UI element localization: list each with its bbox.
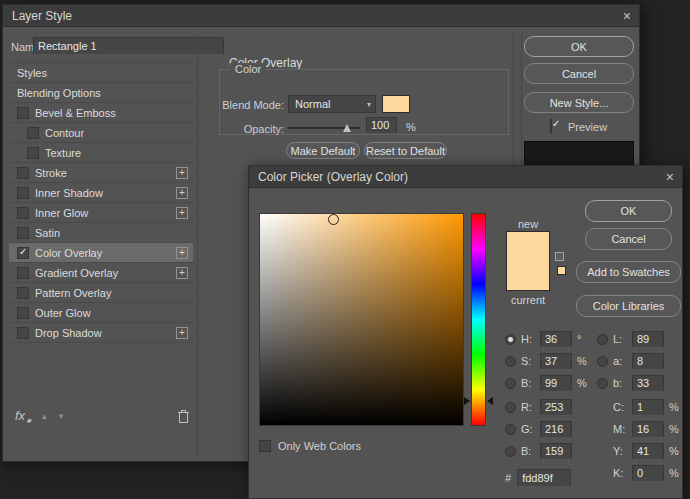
b2-input[interactable]	[540, 443, 572, 459]
l-radio[interactable]	[597, 334, 608, 345]
c-input[interactable]	[632, 399, 664, 415]
fx-icon[interactable]: fx	[15, 408, 31, 425]
slider-thumb[interactable]	[343, 124, 351, 132]
add-effect-icon[interactable]: +	[176, 267, 188, 279]
effect-checkbox[interactable]	[17, 247, 29, 259]
s-radio[interactable]	[505, 356, 516, 367]
move-effect-down-icon[interactable]: ▼	[57, 412, 65, 421]
add-effect-icon[interactable]: +	[176, 187, 188, 199]
effect-checkbox[interactable]	[17, 187, 29, 199]
g-radio[interactable]	[505, 424, 516, 435]
hex-label: #	[505, 472, 511, 484]
color-picker-titlebar[interactable]: Color Picker (Overlay Color) ×	[249, 166, 682, 188]
c-unit: %	[669, 401, 679, 413]
delete-effect-icon[interactable]	[178, 410, 189, 423]
style-item-gradient-overlay[interactable]: Gradient Overlay +	[9, 263, 193, 283]
hue-slider[interactable]	[471, 213, 486, 426]
style-item-label: Bevel & Emboss	[35, 107, 188, 119]
move-effect-up-icon[interactable]: ▲	[40, 412, 48, 421]
style-item-texture[interactable]: Texture	[9, 143, 193, 163]
s-unit: %	[577, 355, 587, 367]
style-item-inner-glow[interactable]: Inner Glow +	[9, 203, 193, 223]
current-color-swatch[interactable]	[507, 261, 549, 290]
style-item-blending-options[interactable]: Blending Options	[9, 83, 193, 103]
only-web-colors-checkbox[interactable]	[259, 440, 271, 452]
b-radio[interactable]	[505, 378, 516, 389]
a-input[interactable]	[632, 353, 664, 369]
s-input[interactable]	[540, 353, 572, 369]
ok-button[interactable]: OK	[524, 36, 634, 57]
add-effect-icon[interactable]: +	[176, 247, 188, 259]
add-effect-icon[interactable]: +	[176, 167, 188, 179]
m-input[interactable]	[632, 421, 664, 437]
g-input[interactable]	[540, 421, 572, 437]
effect-checkbox[interactable]	[27, 127, 39, 139]
preview-checkbox[interactable]	[550, 119, 552, 133]
add-to-swatches-button[interactable]: Add to Swatches	[576, 261, 681, 283]
m-label: M:	[613, 423, 627, 435]
web-safe-color-swatch[interactable]	[557, 266, 566, 275]
color-group: Color Blend Mode: Normal ▾ Opacity: %	[219, 69, 509, 135]
layer-style-titlebar[interactable]: Layer Style ×	[3, 5, 639, 27]
effect-checkbox[interactable]	[17, 227, 29, 239]
opacity-slider[interactable]	[288, 120, 360, 136]
effect-checkbox[interactable]	[17, 287, 29, 299]
saturation-brightness-field[interactable]	[259, 213, 464, 426]
k-label: K:	[613, 467, 627, 479]
close-icon[interactable]: ×	[623, 9, 631, 23]
effect-checkbox[interactable]	[17, 267, 29, 279]
style-item-styles[interactable]: Styles	[9, 63, 193, 83]
effect-checkbox[interactable]	[17, 167, 29, 179]
add-effect-icon[interactable]: +	[176, 327, 188, 339]
field-row-b: B: %	[505, 374, 587, 392]
color-field-marker[interactable]	[328, 214, 339, 225]
style-item-pattern-overlay[interactable]: Pattern Overlay	[9, 283, 193, 303]
ok-button[interactable]: OK	[585, 200, 672, 222]
current-color-label: current	[506, 294, 550, 306]
opacity-input[interactable]	[366, 117, 397, 133]
r-input[interactable]	[540, 399, 572, 415]
new-style-button[interactable]: New Style...	[524, 92, 634, 113]
web-gamut-warning-icon[interactable]	[555, 252, 564, 261]
bb-radio[interactable]	[597, 378, 608, 389]
add-effect-icon[interactable]: +	[176, 207, 188, 219]
effect-checkbox[interactable]	[17, 207, 29, 219]
style-item-outer-glow[interactable]: Outer Glow	[9, 303, 193, 323]
h-input[interactable]	[540, 331, 572, 347]
hue-slider-right-arrow[interactable]	[487, 397, 493, 405]
color-picker-dialog: Color Picker (Overlay Color) × new curre…	[248, 165, 683, 499]
effect-checkbox[interactable]	[17, 107, 29, 119]
cancel-button[interactable]: Cancel	[524, 63, 634, 84]
color-libraries-button[interactable]: Color Libraries	[576, 295, 681, 317]
layer-name-input[interactable]	[33, 37, 224, 54]
hex-input[interactable]	[517, 469, 571, 486]
effect-checkbox[interactable]	[27, 147, 39, 159]
a-radio[interactable]	[597, 356, 608, 367]
make-default-button[interactable]: Make Default	[286, 142, 360, 159]
style-item-color-overlay[interactable]: Color Overlay +	[9, 243, 193, 263]
style-item-stroke[interactable]: Stroke +	[9, 163, 193, 183]
c-label: C:	[613, 401, 627, 413]
reset-default-button[interactable]: Reset to Default	[364, 142, 447, 159]
style-item-inner-shadow[interactable]: Inner Shadow +	[9, 183, 193, 203]
style-item-contour[interactable]: Contour	[9, 123, 193, 143]
h-radio[interactable]	[505, 334, 516, 345]
l-input[interactable]	[632, 331, 664, 347]
style-item-drop-shadow[interactable]: Drop Shadow +	[9, 323, 193, 343]
k-input[interactable]	[632, 465, 664, 481]
s-label: S:	[521, 355, 535, 367]
cancel-button[interactable]: Cancel	[585, 228, 672, 250]
bb-input[interactable]	[632, 375, 664, 391]
blend-mode-select[interactable]: Normal ▾	[288, 95, 376, 113]
style-item-bevel-emboss[interactable]: Bevel & Emboss	[9, 103, 193, 123]
r-radio[interactable]	[505, 402, 516, 413]
b-input[interactable]	[540, 375, 572, 391]
style-item-satin[interactable]: Satin	[9, 223, 193, 243]
overlay-color-swatch[interactable]	[382, 95, 410, 113]
effect-checkbox[interactable]	[17, 307, 29, 319]
close-icon[interactable]: ×	[666, 170, 674, 184]
effect-checkbox[interactable]	[17, 327, 29, 339]
y-input[interactable]	[632, 443, 664, 459]
hue-slider-left-arrow[interactable]	[464, 397, 470, 405]
b2-radio[interactable]	[505, 446, 516, 457]
